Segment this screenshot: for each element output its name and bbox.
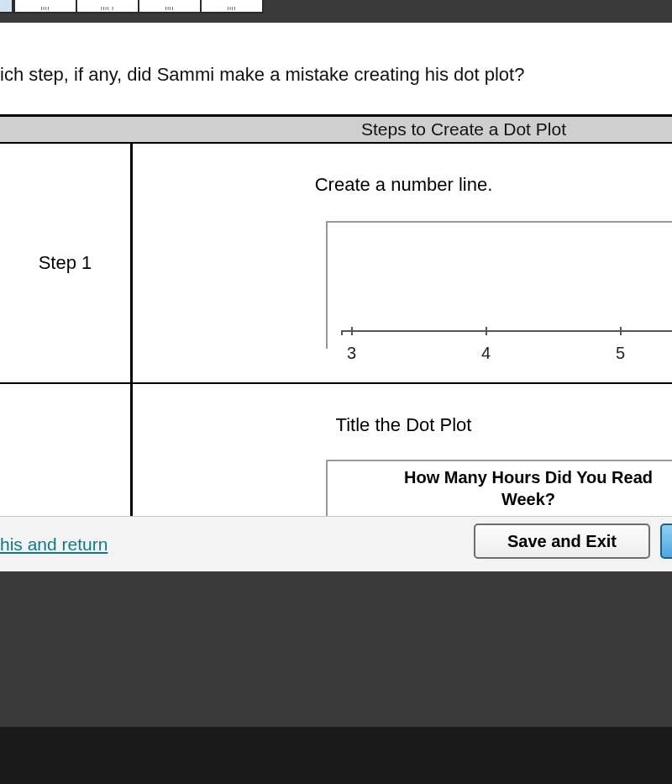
axis-tick-label: 3 <box>347 344 356 363</box>
step-content-cell: Title the Dot Plot How Many Hours Did Yo… <box>133 384 672 518</box>
window-corner-icon <box>0 0 13 13</box>
dark-region <box>0 571 672 727</box>
number-line-axis <box>341 330 672 332</box>
table-row: Step 1 Create a number line. 3 4 5 <box>0 144 672 384</box>
step-instruction: Create a number line. <box>133 174 672 196</box>
toolbar-slot: IIII <box>13 0 77 13</box>
dark-footer <box>0 727 672 784</box>
table-header: Steps to Create a Dot Plot <box>0 117 672 144</box>
save-and-exit-button[interactable]: Save and Exit <box>474 524 650 559</box>
return-link[interactable]: his and return <box>0 534 108 555</box>
toolbar-slot: IIII <box>200 0 264 13</box>
next-button[interactable] <box>660 524 672 559</box>
steps-table: Steps to Create a Dot Plot Step 1 Create… <box>0 114 672 518</box>
question-text: ich step, if any, did Sammi make a mista… <box>0 64 524 86</box>
toolbar-slot: IIII <box>138 0 202 13</box>
axis-tick <box>486 327 487 335</box>
table-row: Title the Dot Plot How Many Hours Did Yo… <box>0 384 672 518</box>
step-label-cell: Step 1 <box>0 144 133 382</box>
step-label-cell <box>0 384 133 518</box>
axis-tick <box>351 327 353 335</box>
axis-tick-label: 5 <box>616 344 625 363</box>
axis-tick-label: 4 <box>481 344 491 363</box>
dot-plot-title: How Many Hours Did You Read Week? <box>326 460 672 518</box>
step-content-cell: Create a number line. 3 4 5 <box>133 144 672 382</box>
step-instruction: Title the Dot Plot <box>133 414 672 436</box>
toolbar-slot: IIII I <box>76 0 139 13</box>
axis-tick <box>620 327 622 335</box>
